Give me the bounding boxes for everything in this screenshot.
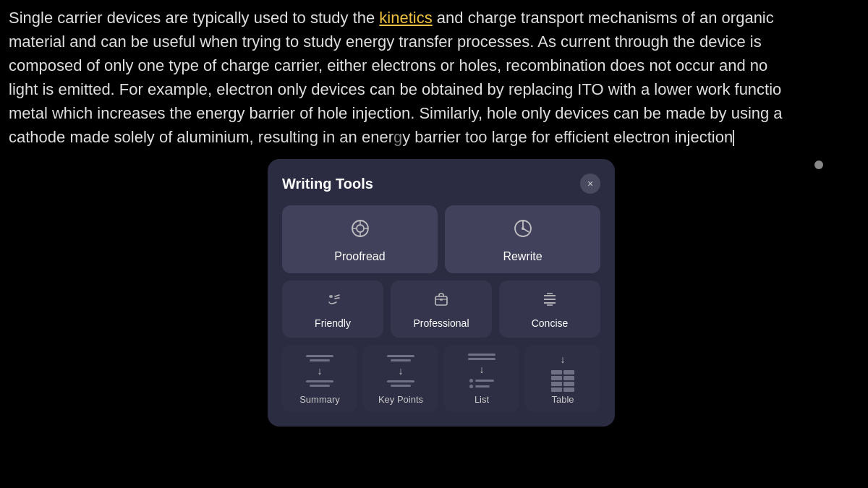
svg-point-9 <box>522 227 524 230</box>
bottom-row: ↓ Summary ↓ Key Points ↓ <box>282 345 600 412</box>
friendly-label: Friendly <box>315 317 351 329</box>
summary-button[interactable]: ↓ Summary <box>282 345 357 412</box>
key-points-icon: ↓ <box>382 352 420 390</box>
scroll-indicator <box>814 160 823 169</box>
close-button[interactable]: × <box>580 174 600 194</box>
summary-label: Summary <box>299 394 340 405</box>
modal-header: Writing Tools × <box>282 174 600 194</box>
rewrite-icon <box>513 218 533 243</box>
proofread-label: Proofread <box>334 250 385 263</box>
rewrite-button[interactable]: Rewrite <box>445 205 600 273</box>
professional-icon <box>433 291 450 312</box>
concise-button[interactable]: Concise <box>499 281 600 338</box>
proofread-button[interactable]: Proofread <box>282 205 438 273</box>
concise-label: Concise <box>532 317 569 329</box>
svg-rect-12 <box>440 299 443 301</box>
professional-button[interactable]: Professional <box>391 281 492 338</box>
key-points-button[interactable]: ↓ Key Points <box>363 345 438 412</box>
table-button[interactable]: ↓ Table <box>525 345 600 412</box>
background-text: Single carrier devices are typically use… <box>0 0 868 155</box>
table-icon: ↓ <box>544 352 582 390</box>
friendly-icon <box>324 291 341 312</box>
writing-tools-modal: Writing Tools × Proofread <box>268 159 615 427</box>
modal-title: Writing Tools <box>282 176 373 192</box>
friendly-button[interactable]: Friendly <box>282 281 383 338</box>
key-points-label: Key Points <box>378 394 423 405</box>
list-icon: ↓ <box>463 352 501 390</box>
rewrite-label: Rewrite <box>503 250 542 263</box>
professional-label: Professional <box>413 317 469 329</box>
summary-icon: ↓ <box>301 352 339 390</box>
top-row: Proofread Rewrite <box>282 205 600 273</box>
svg-point-1 <box>357 225 364 232</box>
table-label: Table <box>551 394 574 405</box>
list-button[interactable]: ↓ List <box>444 345 519 412</box>
kinetics-link: kinetics <box>379 9 432 27</box>
proofread-icon <box>350 218 370 243</box>
concise-icon <box>541 291 558 312</box>
list-label: List <box>475 394 489 405</box>
mid-row: Friendly Professional <box>282 281 600 338</box>
